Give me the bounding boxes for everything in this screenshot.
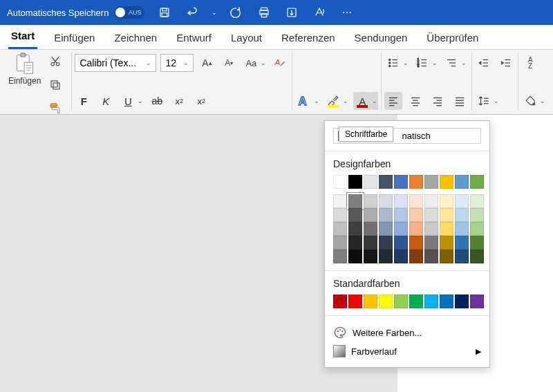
save-icon[interactable] <box>156 3 174 21</box>
more-colors-row[interactable]: Weitere Farben... <box>333 323 481 342</box>
tab-start[interactable]: Start <box>8 26 37 49</box>
tab-einfuegen[interactable]: Einfügen <box>51 28 97 49</box>
color-swatch[interactable] <box>379 295 393 308</box>
tab-referenzen[interactable]: Referenzen <box>279 28 338 49</box>
subscript-button[interactable]: x2 <box>170 92 188 110</box>
color-swatch[interactable] <box>394 236 408 250</box>
color-swatch[interactable] <box>333 250 347 263</box>
color-swatch[interactable] <box>440 295 453 308</box>
undo-dropdown[interactable]: ⌄ <box>211 3 218 21</box>
color-swatch[interactable] <box>348 194 362 208</box>
color-swatch[interactable] <box>440 175 453 189</box>
more-icon[interactable]: ⋯ <box>338 3 356 21</box>
tab-entwurf[interactable]: Entwurf <box>174 28 214 49</box>
color-swatch[interactable] <box>379 194 393 208</box>
color-swatch[interactable] <box>348 236 362 250</box>
decrease-indent-icon[interactable] <box>475 54 493 72</box>
line-spacing-icon[interactable] <box>475 92 493 110</box>
underline-button[interactable]: U <box>119 92 137 110</box>
color-swatch[interactable] <box>348 208 362 222</box>
text-effects-icon[interactable]: A <box>295 92 313 110</box>
superscript-button[interactable]: x2 <box>192 92 210 110</box>
multilevel-icon[interactable] <box>442 54 460 72</box>
color-swatch[interactable] <box>348 175 362 189</box>
color-swatch[interactable] <box>394 250 408 263</box>
color-swatch[interactable] <box>394 222 408 236</box>
italic-button[interactable]: K <box>97 92 115 110</box>
color-swatch[interactable] <box>333 222 347 236</box>
numbering-icon[interactable]: 123 <box>413 54 431 72</box>
color-swatch[interactable] <box>455 208 469 222</box>
gradient-row[interactable]: Farbverlauf ▶ <box>333 342 481 360</box>
paste-button[interactable]: Einfügen <box>8 53 41 86</box>
tab-layout[interactable]: Layout <box>228 28 265 49</box>
color-swatch[interactable] <box>379 250 393 263</box>
read-aloud-icon[interactable] <box>310 3 328 21</box>
align-right-icon[interactable] <box>429 92 447 110</box>
color-swatch[interactable] <box>333 175 347 189</box>
color-swatch[interactable] <box>348 295 362 308</box>
text-effects-dropdown[interactable]: ⌄ <box>313 92 320 110</box>
toggle-switch[interactable]: AUS <box>114 6 144 19</box>
save-as-icon[interactable] <box>283 3 301 21</box>
color-swatch[interactable] <box>455 222 469 236</box>
color-swatch[interactable] <box>333 236 347 250</box>
color-swatch[interactable] <box>424 208 438 222</box>
color-swatch[interactable] <box>409 222 423 236</box>
color-swatch[interactable] <box>394 295 408 308</box>
color-swatch[interactable] <box>394 175 408 189</box>
color-swatch[interactable] <box>424 295 438 308</box>
color-swatch[interactable] <box>364 194 377 208</box>
increase-indent-icon[interactable] <box>497 54 515 72</box>
color-swatch[interactable] <box>440 222 453 236</box>
color-swatch[interactable] <box>348 222 362 236</box>
color-swatch[interactable] <box>364 175 377 189</box>
color-swatch[interactable] <box>424 175 438 189</box>
print-icon[interactable] <box>255 3 273 21</box>
clear-format-icon[interactable]: A <box>271 54 289 72</box>
font-name-select[interactable]: Calibri (Tex...⌄ <box>75 54 156 72</box>
color-swatch[interactable] <box>409 236 423 250</box>
color-swatch[interactable] <box>364 222 377 236</box>
line-spacing-dropdown[interactable]: ⌄ <box>493 92 500 110</box>
color-swatch[interactable] <box>379 236 393 250</box>
color-swatch[interactable] <box>379 175 393 189</box>
align-justify-icon[interactable] <box>451 92 469 110</box>
color-swatch[interactable] <box>455 250 469 263</box>
color-swatch[interactable] <box>333 208 347 222</box>
color-swatch[interactable] <box>440 208 453 222</box>
tab-sendungen[interactable]: Sendungen <box>352 28 411 49</box>
color-swatch[interactable] <box>348 250 362 263</box>
bold-button[interactable]: F <box>75 92 93 110</box>
color-swatch[interactable] <box>394 208 408 222</box>
color-swatch[interactable] <box>440 236 453 250</box>
copy-icon[interactable] <box>46 76 64 94</box>
highlight-icon[interactable] <box>324 92 342 110</box>
color-swatch[interactable] <box>409 250 423 263</box>
color-swatch[interactable] <box>364 295 377 308</box>
color-swatch[interactable] <box>409 295 423 308</box>
change-case-dropdown[interactable]: ⌄ <box>260 54 267 72</box>
color-swatch[interactable] <box>470 250 484 263</box>
highlight-dropdown[interactable]: ⌄ <box>342 92 349 110</box>
color-swatch[interactable] <box>455 236 469 250</box>
color-swatch[interactable] <box>470 208 484 222</box>
color-swatch[interactable] <box>364 236 377 250</box>
color-swatch[interactable] <box>470 194 484 208</box>
autosave-toggle[interactable]: Automatisches Speichern AUS <box>7 6 144 19</box>
tab-ueberpruefen[interactable]: Überprüfen <box>424 28 481 49</box>
color-swatch[interactable] <box>409 194 423 208</box>
color-swatch[interactable] <box>470 295 484 308</box>
color-swatch[interactable] <box>424 222 438 236</box>
color-swatch[interactable] <box>440 250 453 263</box>
color-swatch[interactable] <box>424 236 438 250</box>
color-swatch[interactable] <box>333 295 347 308</box>
strike-button[interactable]: ab <box>148 92 166 110</box>
color-swatch[interactable] <box>424 194 438 208</box>
color-swatch[interactable] <box>409 175 423 189</box>
change-case-icon[interactable]: Aa <box>242 54 260 72</box>
color-swatch[interactable] <box>394 194 408 208</box>
grow-font-icon[interactable]: A▴ <box>198 54 216 72</box>
color-swatch[interactable] <box>364 208 377 222</box>
color-swatch[interactable] <box>440 194 453 208</box>
